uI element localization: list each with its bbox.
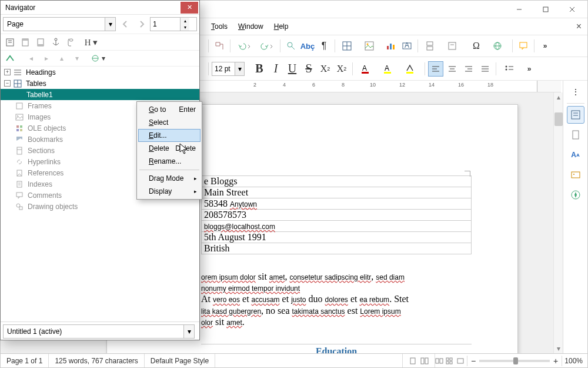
tree-node-tabelle1[interactable]: Tabelle1 (1, 89, 199, 100)
book-view-icon[interactable] (435, 357, 443, 365)
spellcheck-icon[interactable]: Abç (300, 38, 315, 54)
sidebar-gallery-icon[interactable] (567, 166, 584, 184)
chevron-down-icon[interactable]: ▾ (183, 325, 194, 338)
status-wordcount[interactable]: 125 words, 767 characters (49, 354, 144, 367)
highlight-color-button[interactable]: A (378, 61, 399, 77)
font-size-input[interactable]: ▾ (212, 62, 245, 76)
tree-node-tables[interactable]: − Tables (1, 78, 199, 89)
font-color-button[interactable]: A (356, 61, 377, 77)
sidebar-menu-icon[interactable]: ⋮ (567, 83, 584, 101)
superscript-button[interactable]: X2 (318, 61, 333, 77)
nav-document-dropdown[interactable]: Untitled 1 (active) ▾ (3, 324, 195, 339)
nav-prev-icon[interactable] (119, 17, 133, 31)
menu-tools[interactable]: Tools (206, 20, 232, 33)
redo-button[interactable] (256, 38, 277, 54)
align-left-button[interactable] (428, 61, 443, 77)
section-heading[interactable]: Education (201, 344, 472, 353)
sidebar-navigator-icon[interactable] (567, 186, 584, 204)
strikethrough-button[interactable]: S (301, 61, 316, 77)
ctx-edit[interactable]: Edit... (138, 129, 201, 142)
insert-comment-icon[interactable] (516, 38, 531, 54)
ctx-delete[interactable]: DeleteDelete (138, 142, 201, 155)
table-cell[interactable]: e Bloggs (202, 176, 472, 187)
header-icon[interactable] (18, 35, 32, 49)
reminder-icon[interactable] (64, 35, 78, 49)
bold-button[interactable]: B (252, 61, 267, 77)
sidebar-page-icon[interactable] (567, 126, 584, 144)
table-cell[interactable]: British (202, 243, 472, 254)
nav-page-spinner[interactable]: ▴▾ (150, 17, 197, 31)
sidebar-properties-icon[interactable] (567, 106, 584, 124)
table-cell[interactable]: 208578573 (202, 210, 472, 221)
insert-field-icon[interactable] (443, 38, 465, 54)
status-page[interactable]: Page 1 of 1 (1, 354, 49, 367)
insert-hyperlink-icon[interactable] (488, 38, 509, 54)
align-center-button[interactable] (445, 61, 460, 77)
vertical-scrollbar[interactable]: ▴ ▾ (553, 92, 563, 353)
drag-mode-icon[interactable]: ▾ (91, 51, 105, 65)
nav-page-dropdown[interactable]: Page ▾ (3, 17, 116, 31)
minimize-button[interactable] (506, 1, 532, 18)
insert-pagebreak-icon[interactable] (421, 38, 442, 54)
ctx-dragmode[interactable]: Drag Mode▸ (138, 172, 201, 185)
italic-button[interactable]: I (268, 61, 283, 77)
maximize-button[interactable] (532, 1, 559, 18)
view-singlepage-icon[interactable] (409, 357, 417, 365)
status-pagestyle[interactable]: Default Page Style (145, 354, 215, 367)
undo-button[interactable] (233, 38, 255, 54)
find-replace-icon[interactable] (283, 38, 299, 54)
anchor-icon[interactable] (49, 35, 63, 49)
zoom-slider[interactable] (479, 360, 550, 362)
align-right-button[interactable] (461, 61, 476, 77)
close-button[interactable] (559, 1, 585, 18)
ctx-select[interactable]: Select (138, 116, 201, 129)
footer-icon[interactable] (34, 35, 48, 49)
content-view-icon[interactable] (3, 35, 17, 49)
tree-node-headings[interactable]: + Headings (1, 67, 199, 78)
formatting-marks-icon[interactable]: ¶ (316, 38, 332, 54)
web-view-icon[interactable] (456, 357, 465, 365)
table-cell[interactable]: 58348 Anytown (202, 198, 472, 210)
insert-image-icon[interactable] (360, 38, 382, 54)
table-cell[interactable]: Main Street (202, 187, 472, 198)
toolbar2-overflow-icon[interactable]: » (522, 61, 537, 77)
insert-textbox-icon[interactable]: A (399, 38, 415, 54)
insert-chart-icon[interactable] (383, 38, 398, 54)
clone-formatting-icon[interactable] (212, 38, 227, 54)
table-cell[interactable]: 5th August 1991 (202, 232, 472, 243)
view-multipage-icon[interactable] (420, 357, 429, 365)
doc-close-button[interactable]: × (570, 21, 587, 32)
ctx-display[interactable]: Display▸ (138, 185, 201, 198)
navigator-titlebar[interactable]: Navigator ✕ (1, 1, 199, 15)
chevron-down-icon[interactable]: ▾ (105, 18, 115, 31)
collapse-icon[interactable]: − (4, 80, 11, 87)
subscript-button[interactable]: X2 (334, 61, 349, 77)
char-highlight-button[interactable] (400, 61, 422, 77)
zoom-out-button[interactable]: − (470, 356, 477, 366)
move-up-icon[interactable]: ▴ (55, 51, 69, 65)
cv-table[interactable]: e Bloggs Main Street 58348 Anytown 20857… (201, 175, 472, 254)
expand-icon[interactable]: + (4, 69, 11, 75)
zoom-percent[interactable]: 100% (564, 357, 583, 365)
chevron-down-icon[interactable]: ▾ (235, 62, 244, 75)
promote-level-icon[interactable]: ◂ (24, 51, 38, 65)
menu-window[interactable]: Window (233, 20, 268, 33)
demote-level-icon[interactable]: ▸ (39, 51, 54, 65)
menu-help[interactable]: Help (269, 20, 293, 33)
ctx-goto[interactable]: Go toEnter (138, 103, 201, 116)
table-cell[interactable]: bloggs@localhost.com (202, 221, 472, 232)
underline-button[interactable]: U (285, 61, 300, 77)
insert-special-char-icon[interactable]: Ω (466, 38, 487, 54)
body-paragraph[interactable]: orem ipsum dolor sit amet, consetetur sa… (201, 271, 472, 327)
align-justify-button[interactable] (477, 61, 493, 77)
insert-table-icon[interactable] (338, 38, 359, 54)
sidebar-styles-icon[interactable]: AA (567, 146, 584, 164)
multi-view-icon[interactable] (446, 357, 454, 365)
toolbar-overflow-icon[interactable]: » (537, 38, 553, 54)
zoom-in-button[interactable]: + (552, 356, 559, 366)
move-down-icon[interactable]: ▾ (70, 51, 84, 65)
nav-next-icon[interactable] (135, 17, 149, 31)
navigator-close-button[interactable]: ✕ (181, 2, 198, 14)
ctx-rename[interactable]: Rename... (138, 155, 201, 168)
heading-levels-icon[interactable]: H ▾ (84, 35, 98, 49)
